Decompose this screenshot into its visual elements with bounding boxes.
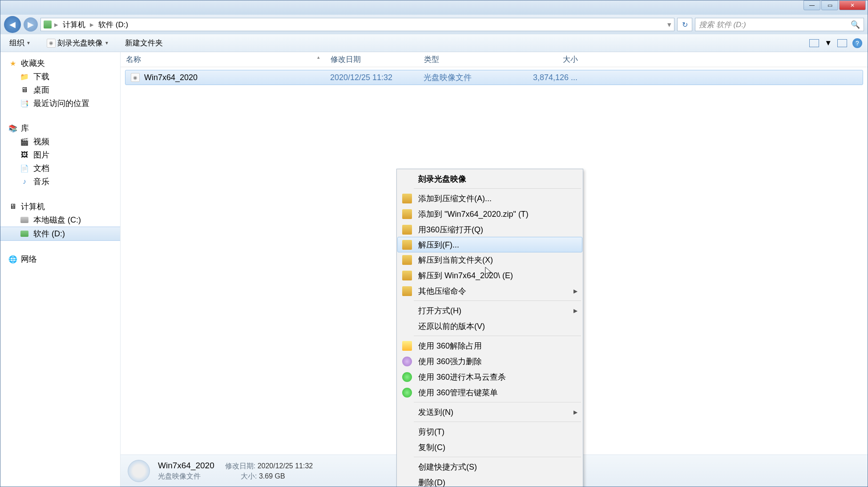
sidebar-network[interactable]: 🌐 网络 bbox=[0, 252, 120, 266]
sidebar-item-label: 本地磁盘 (C:) bbox=[33, 215, 81, 225]
address-bar[interactable]: ▸ 计算机 ▸ 软件 (D:) ▾ bbox=[40, 18, 674, 31]
chevron-down-icon: ▼ bbox=[26, 41, 31, 45]
organize-button[interactable]: 组织 ▼ bbox=[6, 36, 34, 50]
refresh-button[interactable]: ↻ bbox=[677, 18, 692, 31]
cm-label: 其他压缩命令 bbox=[418, 286, 466, 296]
sidebar-libraries[interactable]: 📚 库 bbox=[0, 122, 120, 135]
360-icon bbox=[402, 341, 412, 351]
sidebar-item-drive-d[interactable]: 软件 (D:) bbox=[0, 227, 120, 241]
minimize-button[interactable]: — bbox=[803, 0, 820, 10]
sidebar-label: 库 bbox=[21, 123, 29, 134]
sidebar-item-downloads[interactable]: 📁下载 bbox=[0, 70, 120, 83]
burn-image-button[interactable]: ◉ 刻录光盘映像 ▼ bbox=[43, 36, 113, 50]
cm-360-manage-menu[interactable]: 使用 360管理右键菜单 bbox=[398, 385, 582, 400]
maximize-button[interactable]: ▭ bbox=[821, 0, 838, 10]
sidebar-item-videos[interactable]: 🎬视频 bbox=[0, 135, 120, 148]
sidebar-item-recent[interactable]: 📑最近访问的位置 bbox=[0, 97, 120, 110]
view-mode-button[interactable] bbox=[809, 39, 819, 47]
blank-icon bbox=[402, 174, 412, 184]
document-icon: 📄 bbox=[20, 164, 29, 173]
sidebar-item-label: 下载 bbox=[33, 71, 49, 82]
file-list[interactable]: ◉ Win7x64_2020 2020/12/25 11:32 光盘映像文件 3… bbox=[121, 67, 868, 455]
column-date[interactable]: 修改日期 bbox=[325, 54, 419, 65]
window-controls: — ▭ ✕ bbox=[803, 0, 866, 10]
breadcrumb-current[interactable]: 软件 (D:) bbox=[97, 20, 130, 30]
cm-open-360zip[interactable]: 用360压缩打开(Q) bbox=[398, 222, 582, 237]
cm-360-scan[interactable]: 使用 360进行木马云查杀 bbox=[398, 369, 582, 385]
sidebar-favorites[interactable]: ★ 收藏夹 bbox=[0, 57, 120, 70]
details-date-label: 修改日期: bbox=[225, 462, 255, 470]
cm-360-unlock[interactable]: 使用 360解除占用 bbox=[398, 338, 582, 353]
column-name[interactable]: 名称▴ bbox=[121, 54, 325, 65]
sidebar-item-pictures[interactable]: 🖼图片 bbox=[0, 148, 120, 162]
preview-pane-button[interactable] bbox=[837, 39, 847, 47]
address-dropdown-icon[interactable]: ▾ bbox=[667, 20, 671, 29]
column-size[interactable]: 大小 bbox=[512, 54, 583, 65]
forward-button[interactable]: ▶ bbox=[24, 17, 38, 32]
sidebar-item-label: 桌面 bbox=[33, 85, 49, 95]
libraries-icon: 📚 bbox=[8, 124, 17, 133]
help-icon[interactable]: ? bbox=[852, 38, 862, 48]
sidebar-item-label: 图片 bbox=[33, 150, 49, 160]
picture-icon: 🖼 bbox=[20, 150, 29, 159]
cm-label: 创建快捷方式(S) bbox=[418, 462, 477, 472]
cm-burn-image[interactable]: 刻录光盘映像 bbox=[398, 171, 582, 187]
new-folder-label: 新建文件夹 bbox=[125, 38, 163, 48]
cm-add-archive[interactable]: 添加到压缩文件(A)... bbox=[398, 191, 582, 206]
sidebar-label: 网络 bbox=[21, 254, 37, 264]
disc-icon bbox=[128, 460, 150, 482]
recent-icon: 📑 bbox=[20, 99, 29, 108]
cm-cut[interactable]: 剪切(T) bbox=[398, 424, 582, 439]
blank-icon bbox=[402, 306, 412, 316]
titlebar: — ▭ ✕ bbox=[0, 0, 868, 15]
blank-icon bbox=[402, 321, 412, 331]
cm-label: 添加到压缩文件(A)... bbox=[418, 193, 492, 204]
cm-separator bbox=[414, 300, 581, 301]
cm-copy[interactable]: 复制(C) bbox=[398, 439, 582, 455]
sort-indicator-icon: ▴ bbox=[317, 54, 320, 65]
cm-separator bbox=[414, 422, 581, 422]
cm-label: 复制(C) bbox=[418, 442, 445, 453]
breadcrumb-sep: ▸ bbox=[90, 20, 94, 29]
cm-other-zip[interactable]: 其他压缩命令▶ bbox=[398, 283, 582, 299]
cm-add-zip[interactable]: 添加到 "Win7x64_2020.zip" (T) bbox=[398, 206, 582, 222]
cm-label: 使用 360管理右键菜单 bbox=[418, 387, 498, 398]
cm-extract-to[interactable]: 解压到(F)... bbox=[397, 237, 582, 252]
search-icon[interactable]: 🔍 bbox=[851, 20, 860, 29]
sidebar-item-music[interactable]: ♪音乐 bbox=[0, 175, 120, 188]
organize-label: 组织 bbox=[9, 38, 24, 48]
cm-label: 使用 360解除占用 bbox=[418, 341, 482, 351]
file-type: 光盘映像文件 bbox=[418, 72, 512, 83]
iso-file-icon: ◉ bbox=[131, 73, 140, 82]
sidebar-item-desktop[interactable]: 🖥桌面 bbox=[0, 83, 120, 97]
details-file-type: 光盘映像文件 bbox=[158, 472, 201, 481]
blank-icon bbox=[402, 427, 412, 437]
cm-extract-here[interactable]: 解压到当前文件夹(X) bbox=[398, 252, 582, 268]
sidebar-item-label: 最近访问的位置 bbox=[33, 98, 89, 109]
chevron-down-icon[interactable]: ▼ bbox=[824, 39, 832, 48]
cm-restore-previous[interactable]: 还原以前的版本(V) bbox=[398, 318, 582, 334]
search-placeholder: 搜索 软件 (D:) bbox=[699, 20, 746, 30]
close-button[interactable]: ✕ bbox=[839, 0, 866, 10]
cm-open-with[interactable]: 打开方式(H)▶ bbox=[398, 303, 582, 318]
back-button[interactable]: ◀ bbox=[4, 16, 21, 33]
zip-icon bbox=[402, 209, 412, 219]
zip-icon bbox=[402, 271, 412, 280]
column-type[interactable]: 类型 bbox=[419, 54, 512, 65]
cm-create-shortcut[interactable]: 创建快捷方式(S) bbox=[398, 459, 582, 475]
folder-icon: 📁 bbox=[20, 72, 29, 81]
sidebar-item-documents[interactable]: 📄文档 bbox=[0, 162, 120, 175]
details-date-value: 2020/12/25 11:32 bbox=[258, 462, 313, 470]
sidebar-item-drive-c[interactable]: 本地磁盘 (C:) bbox=[0, 213, 120, 227]
cm-label: 解压到(F)... bbox=[418, 239, 459, 250]
sidebar-computer[interactable]: 🖥 计算机 bbox=[0, 200, 120, 213]
cm-extract-folder[interactable]: 解压到 Win7x64_2020\ (E) bbox=[398, 268, 582, 283]
cm-send-to[interactable]: 发送到(N)▶ bbox=[398, 404, 582, 420]
new-folder-button[interactable]: 新建文件夹 bbox=[121, 36, 166, 50]
file-row[interactable]: ◉ Win7x64_2020 2020/12/25 11:32 光盘映像文件 3… bbox=[125, 70, 863, 85]
cm-delete[interactable]: 删除(D) bbox=[398, 475, 582, 487]
cm-360-force-delete[interactable]: 使用 360强力删除 bbox=[398, 353, 582, 369]
search-input[interactable]: 搜索 软件 (D:) 🔍 bbox=[695, 18, 864, 31]
cm-label: 还原以前的版本(V) bbox=[418, 321, 485, 332]
breadcrumb-computer[interactable]: 计算机 bbox=[61, 20, 87, 30]
